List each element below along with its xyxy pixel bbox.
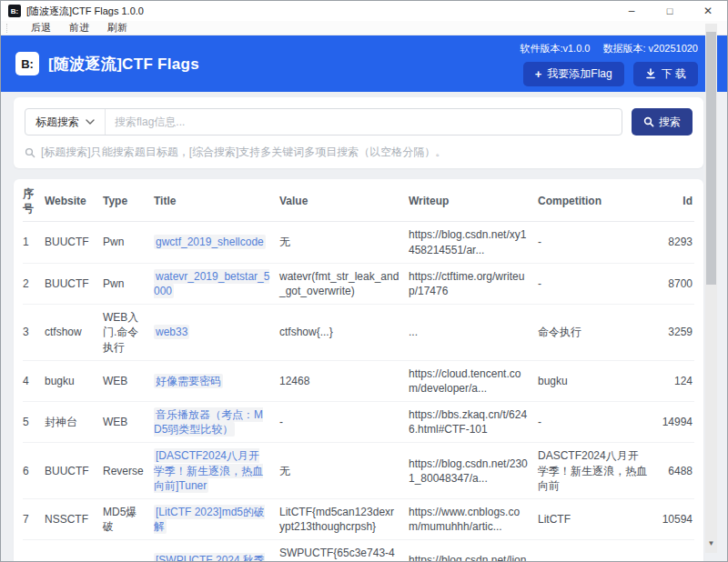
minimize-icon[interactable]: – [612, 1, 651, 21]
search-input[interactable] [106, 109, 622, 135]
table-row: 2 BUUCTF Pwn watevr_2019_betstar_5000 wa… [23, 264, 694, 305]
cell-id: 10594 [658, 507, 694, 532]
row-number: 7 [23, 507, 45, 532]
search-category-label: 标题搜索 [35, 115, 79, 130]
cell-title: [SWPUCTF 2024 秋季新生赛]Sign in [154, 547, 279, 562]
hint-search-icon [25, 147, 35, 158]
cell-website: BUUCTF [45, 229, 103, 255]
cell-type: Reverse [103, 458, 154, 484]
col-title: Title [154, 188, 279, 214]
search-category-select[interactable]: 标题搜索 [25, 109, 106, 135]
close-icon[interactable]: ✕ [689, 1, 727, 21]
cell-writeup: https://blog.csdn.net/lionkas/article... [409, 547, 538, 562]
cell-website: 封神台 [45, 409, 103, 435]
app-header: B: [随波逐流]CTF Flags 软件版本:v1.0.0 数据版本: v20… [1, 35, 727, 92]
search-hint: [标题搜索]只能搜索题目标题，[综合搜索]支持多关键词多项目搜索（以空格分隔）。 [25, 145, 693, 160]
cell-title: 好像需要密码 [154, 368, 279, 394]
search-button-label: 搜索 [659, 115, 681, 130]
col-id: Id [658, 188, 694, 214]
cell-id: 124 [658, 368, 694, 394]
title-link[interactable]: 音乐播放器（考点：MD5弱类型比较） [154, 407, 263, 437]
row-number: 1 [23, 229, 45, 255]
window-controls: – □ ✕ [612, 1, 727, 21]
scrollbar-down-arrow-icon[interactable]: ▼ [705, 540, 717, 547]
download-label: 下 载 [662, 66, 686, 82]
cell-type: WEB [103, 556, 154, 562]
title-link[interactable]: web33 [154, 325, 189, 339]
table-row: 1 BUUCTF Pwn gwctf_2019_shellcode 无 http… [23, 222, 694, 263]
menu-item-refresh[interactable]: 刷新 [107, 21, 127, 35]
cell-value: LitCTF{md5can123dexrypt213thoughcrpsh} [279, 499, 409, 539]
cell-website: NSSCTF [45, 556, 103, 562]
cell-title: web33 [154, 319, 279, 345]
menubar: 后退 前进 刷新 [1, 21, 727, 35]
cell-website: ctfshow [45, 319, 103, 345]
table-row: 3 ctfshow WEB入门.命令执行 web33 ctfshow{...} … [23, 305, 694, 361]
flags-table: 序号 Website Type Title Value Writeup Comp… [14, 179, 703, 562]
page-title: [随波逐流]CTF Flags [48, 54, 199, 75]
title-link[interactable]: [LitCTF 2023]md5的破解 [154, 505, 265, 534]
title-link[interactable]: [DASCTF2024八月开学季！新生逐浪，热血向前]Tuner [154, 448, 263, 492]
col-writeup: Writeup [409, 188, 538, 214]
row-number: 5 [23, 409, 45, 435]
cell-competition: DASCTF2024八月开学季！新生逐浪，热血向前 [538, 443, 658, 498]
title-link[interactable]: gwctf_2019_shellcode [154, 235, 266, 249]
cell-writeup: https://bbs.zkaq.cn/t/6246.html#CTF-101 [409, 402, 538, 442]
search-button[interactable]: 搜索 [632, 108, 693, 135]
titlebar: B: [随波逐流]CTF Flags 1.0.0 – □ ✕ [1, 1, 727, 21]
table-row: 4 bugku WEB 好像需要密码 12468 https://cloud.t… [23, 361, 694, 402]
col-no: 序号 [23, 181, 45, 221]
header-buttons: + 我要添加Flag 下 载 [523, 62, 698, 86]
cell-type: WEB [103, 368, 154, 394]
title-link[interactable]: 好像需要密码 [154, 374, 223, 388]
cell-competition: bugku [538, 368, 658, 394]
cell-title: 音乐播放器（考点：MD5弱类型比较） [154, 402, 279, 442]
search-input-group: 标题搜索 [25, 108, 622, 135]
maximize-icon[interactable]: □ [651, 1, 689, 21]
cell-id: 8700 [658, 271, 694, 296]
cell-competition: 命令执行 [538, 319, 658, 345]
table-body: 1 BUUCTF Pwn gwctf_2019_shellcode 无 http… [23, 222, 694, 562]
cell-value: 无 [279, 458, 409, 484]
hint-text: [标题搜索]只能搜索题目标题，[综合搜索]支持多关键词多项目搜索（以空格分隔）。 [41, 145, 446, 160]
download-button[interactable]: 下 载 [633, 62, 698, 86]
cell-website: NSSCTF [45, 507, 103, 532]
cell-website: bugku [45, 368, 103, 394]
version-info: 软件版本:v1.0.0 数据版本: v20251020 [520, 42, 698, 55]
cell-website: BUUCTF [45, 271, 103, 296]
cell-competition: - [538, 229, 658, 255]
cell-website: BUUCTF [45, 458, 103, 484]
software-version: 软件版本:v1.0.0 [520, 42, 590, 55]
cell-type: Pwn [103, 229, 154, 255]
cell-value: - [279, 409, 409, 435]
cell-value: ctfshow{...} [279, 319, 409, 345]
search-icon [643, 116, 654, 127]
plus-icon: + [535, 68, 542, 80]
row-number: 3 [23, 319, 45, 345]
menu-item-forward[interactable]: 前进 [69, 21, 89, 35]
cell-competition: - [538, 271, 658, 296]
cell-id: 6488 [658, 458, 694, 484]
table-header-row: 序号 Website Type Title Value Writeup Comp… [23, 181, 694, 222]
add-flag-button[interactable]: + 我要添加Flag [523, 62, 624, 86]
title-link[interactable]: [SWPUCTF 2024 秋季新生赛]Sign in [154, 553, 265, 562]
cell-title: gwctf_2019_shellcode [154, 229, 279, 255]
cell-competition: - [538, 409, 658, 435]
cell-id: 8293 [658, 229, 694, 255]
table-row: 6 BUUCTF Reverse [DASCTF2024八月开学季！新生逐浪，热… [23, 443, 694, 499]
vertical-scrollbar[interactable]: ▼ [705, 24, 717, 553]
col-type: Type [103, 188, 154, 214]
cell-writeup: https://blog.csdn.net/xy1458214551/ar... [409, 222, 538, 262]
add-flag-label: 我要添加Flag [547, 66, 612, 82]
scrollbar-thumb[interactable] [706, 32, 716, 285]
table-row: 7 NSSCTF MD5爆破 [LitCTF 2023]md5的破解 LitCT… [23, 499, 694, 540]
menu-item-back[interactable]: 后退 [31, 21, 51, 35]
cell-competition: SWPUCTF [538, 556, 658, 562]
data-version: 数据版本: v20251020 [602, 42, 698, 55]
title-link[interactable]: watevr_2019_betstar_5000 [154, 269, 269, 298]
row-number: 4 [23, 368, 45, 394]
row-number: 8 [23, 556, 45, 562]
cell-id: 13027 [658, 556, 694, 562]
col-competition: Competition [538, 188, 658, 214]
cell-writeup: https://blog.csdn.net/2301_80048347/a... [409, 451, 538, 491]
